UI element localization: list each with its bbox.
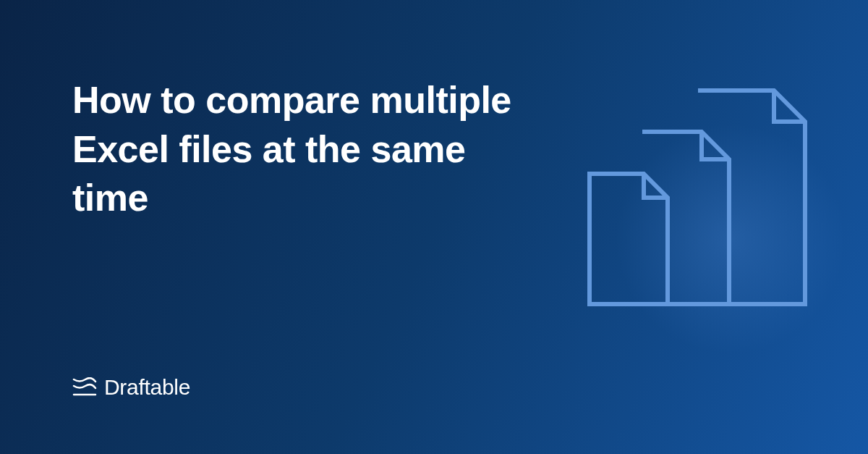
hero-content: How to compare multiple Excel files at t…: [72, 76, 521, 223]
draftable-logo-icon: [72, 377, 97, 398]
headline: How to compare multiple Excel files at t…: [72, 76, 521, 223]
documents-illustration: [542, 36, 854, 348]
brand-name: Draftable: [104, 375, 190, 400]
brand-logo: Draftable: [72, 375, 190, 400]
stacked-documents-icon: [586, 87, 810, 326]
